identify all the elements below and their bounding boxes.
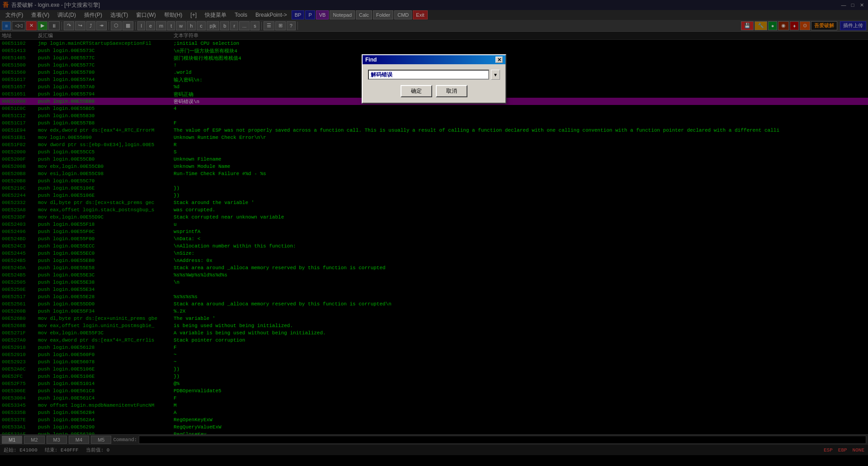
find-dialog-overlay: Find ✕ ▼ 确定 取消 — [0, 0, 868, 466]
find-dialog-body: ▼ 确定 取消 — [363, 64, 505, 103]
find-cancel-button[interactable]: 取消 — [436, 85, 467, 97]
find-dialog-title-bar: Find ✕ — [363, 55, 505, 64]
find-dialog: Find ✕ ▼ 确定 取消 — [362, 54, 506, 104]
find-dialog-title-text: Find — [365, 57, 377, 63]
find-dialog-close-button[interactable]: ✕ — [495, 57, 503, 63]
find-dialog-buttons: 确定 取消 — [368, 85, 500, 97]
find-input-row: ▼ — [368, 70, 500, 80]
find-dropdown-button[interactable]: ▼ — [491, 70, 500, 80]
find-confirm-button[interactable]: 确定 — [401, 85, 432, 97]
find-input[interactable] — [368, 70, 489, 80]
